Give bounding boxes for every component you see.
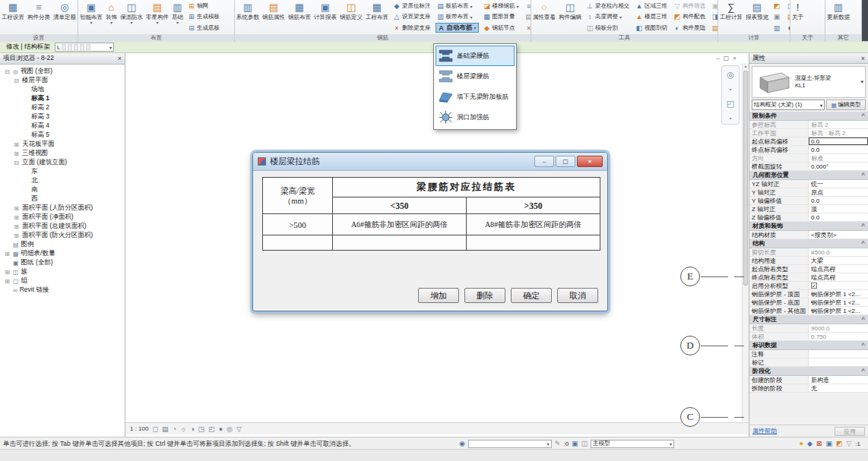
property-value[interactable]: 0.0 <box>809 197 868 204</box>
ribbon-button[interactable]: !关于 <box>790 0 805 34</box>
ribbon-button[interactable]: ▤▾ <box>710 23 718 33</box>
property-value[interactable]: 钢筋保护层 1 <2... <box>809 290 868 298</box>
view-control-icon-1[interactable]: ▤ <box>162 425 169 433</box>
delete-button[interactable]: 删除 <box>464 288 505 303</box>
properties-section-header[interactable]: 结构^ <box>749 239 868 248</box>
ribbon-button[interactable]: ◫ <box>785 2 790 11</box>
ribbon-button[interactable]: ▤ <box>785 12 790 22</box>
ribbon-button[interactable]: ×删除梁支座 <box>391 23 432 33</box>
collapse-icon[interactable]: ^ <box>861 315 865 324</box>
ribbon-button[interactable]: △设置梁支座 <box>391 12 432 22</box>
tree-item[interactable]: ⊞天花板平面 <box>0 140 125 149</box>
property-value[interactable]: 新构造 <box>809 376 868 384</box>
property-value[interactable]: ✓ <box>809 282 868 289</box>
table-cell[interactable] <box>467 235 600 251</box>
view-close-icon[interactable]: × <box>733 55 737 62</box>
property-value[interactable]: 钢筋保护层 1 <2... <box>809 298 868 306</box>
ribbon-button[interactable]: ▤板筋布置▾ <box>436 2 479 11</box>
tree-item[interactable]: 南 <box>0 185 125 194</box>
expand-icon[interactable]: ⊞ <box>4 269 11 276</box>
dialog-titlebar[interactable]: 楼层梁拉结筋 ‒ ▢ × <box>253 153 607 171</box>
menu-item-opening-reinforcement[interactable]: 洞口加强筋 <box>436 107 515 128</box>
collapse-icon[interactable]: ^ <box>861 367 865 375</box>
ribbon-button[interactable]: ⌂装饰▾ <box>104 0 119 34</box>
view-control-icon-6[interactable]: ◰ <box>208 425 215 433</box>
ribbon-button[interactable]: ▥更新数据 <box>825 0 851 34</box>
tree-item[interactable]: 标高 2 <box>0 103 125 112</box>
property-value[interactable]: 标高 2 <box>809 121 868 128</box>
view-control-icon-3[interactable]: ☼ <box>180 425 186 433</box>
maximize-button[interactable]: ▢ <box>556 156 575 167</box>
properties-section-header[interactable]: 标识数据^ <box>749 341 868 350</box>
collapse-icon[interactable]: ^ <box>861 341 865 349</box>
tree-item[interactable]: 标高 3 <box>0 112 125 122</box>
ribbon-button[interactable]: ≡构件分类 <box>26 0 52 34</box>
view-control-icon-7[interactable]: ● <box>219 425 223 433</box>
ribbon-button[interactable]: ▦工程布置 <box>364 0 390 34</box>
property-value[interactable]: 无 <box>809 384 868 392</box>
chevron-down-icon[interactable]: ▾ <box>729 115 731 121</box>
property-value[interactable]: 0.0 <box>809 137 868 145</box>
ribbon-button[interactable]: ▲楼层三维 <box>634 12 669 22</box>
ribbon-button[interactable]: ▥系统参数 <box>235 0 261 34</box>
properties-section-header[interactable]: 材质和装饰^ <box>749 222 868 231</box>
tree-item[interactable]: ⊟立面 (建筑立面) <box>0 158 125 167</box>
tree-item[interactable]: 北 <box>0 176 125 185</box>
grid-bubble-D[interactable]: D <box>680 336 700 355</box>
property-value[interactable]: 大梁 <box>809 257 868 264</box>
expand-icon[interactable]: ⊞ <box>4 278 11 285</box>
table-cell[interactable]: >500 <box>263 214 333 235</box>
properties-section-header[interactable]: 尺寸标注^ <box>749 315 868 324</box>
collapse-icon[interactable]: ^ <box>861 222 865 230</box>
property-value[interactable]: 标准 <box>809 154 868 162</box>
expand-icon[interactable]: ⊞ <box>13 150 20 157</box>
ribbon-button[interactable]: ◩构件配色 <box>672 12 707 22</box>
ribbon-button[interactable]: ▽构件筛选 <box>672 2 707 11</box>
ribbon-button[interactable]: ◆钢筋节点 <box>482 23 521 33</box>
property-value[interactable]: <按类别> <box>809 231 868 238</box>
ribbon-button[interactable]: ▲区域三维 <box>634 2 669 11</box>
zoom-tool-icon[interactable]: ◰ <box>727 99 734 109</box>
property-value[interactable]: 0.750 <box>809 333 868 340</box>
property-value[interactable]: 端点高程 <box>809 265 868 273</box>
ribbon-button[interactable]: ◨ <box>710 12 718 22</box>
ribbon-button[interactable]: ▤零星构件▾ <box>144 0 170 34</box>
table-cell[interactable]: A8#箍筋非加密区间距的两倍 <box>467 214 600 235</box>
ribbon-button[interactable]: ▥基础▾ <box>170 0 185 34</box>
type-selector-combo[interactable]: L ▾ <box>55 43 114 52</box>
property-value[interactable]: 8500.0 <box>809 248 868 256</box>
worksets-icon[interactable]: ◉ <box>459 440 465 447</box>
grid-bubble-C[interactable]: C <box>680 407 700 427</box>
ribbon-button[interactable]: ▦工程设置 <box>0 0 26 34</box>
ribbon-button[interactable]: ▣ <box>710 2 718 11</box>
view-restore-icon[interactable]: ▢ <box>724 55 730 62</box>
worksets-dropdown[interactable]: ▾ <box>468 440 552 448</box>
properties-section-header[interactable]: 限制条件^ <box>749 112 868 121</box>
collapse-icon[interactable]: ⊟ <box>13 159 20 166</box>
apply-button[interactable]: 应用 <box>835 427 865 436</box>
expand-icon[interactable]: ⊞ <box>13 232 20 239</box>
ribbon-button[interactable]: ◫模板分割 <box>584 23 631 33</box>
tree-item[interactable]: 标高 4 <box>0 122 125 131</box>
ribbon-button[interactable]: ◐构件显隐 <box>672 23 707 33</box>
activate-dimensions-icon[interactable]: ▣ <box>825 440 832 447</box>
element-selector-combo[interactable]: 结构框架 (大梁) (1) ▾ <box>752 99 825 110</box>
ribbon-button[interactable]: ○属性查看 <box>531 0 557 34</box>
ribbon-button[interactable]: ▤报表预览 <box>744 0 770 34</box>
ribbon-button[interactable]: ◪楼梯钢筋▾ <box>482 2 521 11</box>
ribbon-button[interactable]: ▦钢筋布置 <box>287 0 312 34</box>
property-value[interactable]: 顶 <box>809 205 868 213</box>
design-options-dropdown[interactable]: 主模型 ▾ <box>591 440 674 448</box>
property-value[interactable] <box>809 358 868 366</box>
tree-item[interactable]: ⊞面积平面 (防火分区面积) <box>0 231 125 240</box>
ribbon-button[interactable]: ∑工程计算 <box>718 0 744 34</box>
properties-section-header[interactable]: 阶段化^ <box>749 367 868 376</box>
tree-item[interactable]: ⊟楼层平面 <box>0 76 125 85</box>
ribbon-button[interactable]: ◩ <box>771 2 782 11</box>
collapse-icon[interactable]: ⊟ <box>13 77 20 84</box>
scrollbar-thumb[interactable] <box>743 71 748 286</box>
view-control-icon-0[interactable]: ◻ <box>152 425 157 433</box>
ribbon-button[interactable]: A自动布筋▾ <box>436 23 479 33</box>
tree-item[interactable]: 西 <box>0 194 125 204</box>
table-cell[interactable] <box>263 235 333 251</box>
